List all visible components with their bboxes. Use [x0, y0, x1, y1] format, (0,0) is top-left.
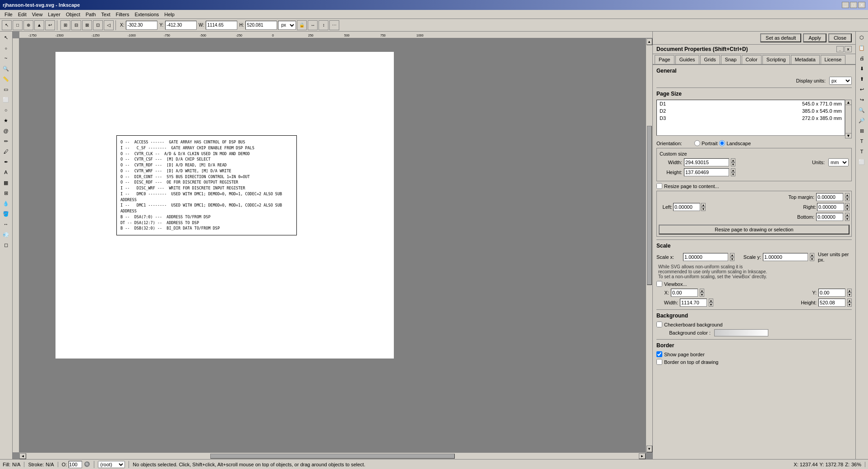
page-units-select[interactable]: mm px in — [828, 158, 849, 166]
menu-view[interactable]: View — [29, 11, 46, 18]
y-input[interactable]: -412.30 — [165, 21, 197, 30]
viewbox-checkbox[interactable] — [656, 281, 662, 287]
layer-select[interactable]: (root) — [98, 461, 125, 468]
menu-filters[interactable]: Filters — [113, 11, 132, 18]
menu-extensions[interactable]: Extensions — [132, 11, 162, 18]
right-tool-12[interactable]: T — [857, 147, 867, 156]
scale-x-down[interactable]: ▼ — [730, 257, 734, 261]
page-size-d3[interactable]: D3 272.0 x 385.0 mm — [657, 115, 845, 122]
top-margin-input[interactable]: 0.00000 — [816, 193, 843, 201]
toolbar-btn-1[interactable]: ↖ — [2, 20, 12, 30]
toolbar-flip-h[interactable]: ↔ — [308, 20, 318, 30]
viewbox-y-input[interactable]: 0.00 — [818, 289, 845, 297]
tool-gradient[interactable]: ▦ — [1, 178, 11, 188]
tool-3dbox[interactable]: ⬜ — [1, 95, 11, 105]
tab-color[interactable]: Color — [742, 55, 762, 64]
tab-scripting[interactable]: Scripting — [762, 55, 790, 64]
scale-y-down[interactable]: ▼ — [810, 257, 814, 261]
tab-license[interactable]: License — [821, 55, 846, 64]
x-input[interactable]: -302.30 — [126, 21, 157, 30]
tool-text[interactable]: A — [1, 167, 11, 177]
viewbox-label[interactable]: Viewbox... — [656, 281, 852, 287]
menu-layer[interactable]: Layer — [45, 11, 63, 18]
right-margin-down[interactable]: ▼ — [845, 207, 850, 211]
right-tool-8[interactable]: 🔍 — [857, 105, 867, 115]
hscroll-left[interactable]: ◄ — [19, 453, 26, 459]
landscape-radio-label[interactable]: Landscape — [719, 140, 751, 146]
tool-spray[interactable]: 💨 — [1, 230, 11, 239]
resize-content-label[interactable]: Resize page to content... — [656, 183, 852, 189]
viewbox-h-input[interactable]: 520.08 — [818, 299, 845, 307]
menu-text[interactable]: Text — [98, 11, 113, 18]
viewbox-x-up[interactable]: ▲ — [700, 289, 704, 293]
tab-metadata[interactable]: Metadata — [791, 55, 820, 64]
left-margin-down[interactable]: ▼ — [701, 207, 706, 211]
right-tool-3[interactable]: 🖨 — [857, 53, 867, 63]
viewbox-y-down[interactable]: ▼ — [847, 293, 852, 297]
checkerboard-label[interactable]: Checkerboard background — [656, 322, 852, 327]
left-margin-up[interactable]: ▲ — [701, 203, 706, 207]
scale-y-input[interactable]: 1.00000 — [763, 253, 808, 261]
width-spin-down[interactable]: ▼ — [731, 162, 735, 166]
border-top-label[interactable]: Border on top of drawing — [656, 359, 852, 365]
tool-mesh[interactable]: ⊞ — [1, 188, 11, 198]
width-input[interactable]: 294.93015 — [684, 158, 729, 166]
tab-grids[interactable]: Grids — [700, 55, 720, 64]
tool-spiral[interactable]: @ — [1, 126, 11, 136]
tool-node[interactable]: ⬦ — [1, 43, 11, 53]
show-border-checkbox[interactable] — [656, 351, 662, 357]
vscroll-down[interactable]: ▼ — [646, 446, 652, 452]
h-input[interactable]: 520.081 — [245, 21, 277, 30]
toolbar-btn-6[interactable]: ⊞ — [60, 20, 70, 30]
right-tool-2[interactable]: 📋 — [857, 43, 867, 53]
toolbar-btn-4[interactable]: ▲ — [34, 20, 44, 30]
toolbar-btn-7[interactable]: ⊟ — [71, 20, 81, 30]
viewbox-w-up[interactable]: ▲ — [709, 299, 713, 303]
landscape-radio[interactable] — [719, 140, 725, 146]
right-tool-9[interactable]: 🔎 — [857, 115, 867, 125]
tool-select[interactable]: ↖ — [1, 32, 11, 42]
resize-content-checkbox[interactable] — [656, 183, 662, 189]
tool-dropper[interactable]: 💧 — [1, 198, 11, 208]
apply-button[interactable]: Apply — [803, 33, 826, 42]
toolbar-btn-10[interactable]: ◁ — [104, 20, 114, 30]
right-tool-6[interactable]: ↩ — [857, 84, 867, 94]
height-spin-up[interactable]: ▲ — [731, 168, 735, 172]
viewbox-x-input[interactable]: 0.00 — [671, 289, 698, 297]
page-list-scroll-up[interactable]: ▲ — [845, 100, 851, 105]
minimize-button[interactable]: _ — [842, 2, 849, 8]
height-input[interactable]: 137.60469 — [684, 168, 729, 176]
border-top-checkbox[interactable] — [656, 359, 662, 365]
toolbar-lock-btn[interactable]: 🔒 — [297, 20, 307, 30]
scale-x-up[interactable]: ▲ — [730, 253, 734, 257]
portrait-radio-label[interactable]: Portrait — [694, 140, 717, 146]
show-border-label[interactable]: Show page border — [656, 351, 852, 357]
tab-snap[interactable]: Snap — [721, 55, 741, 64]
page-list-scroll-down[interactable]: ▼ — [845, 133, 851, 138]
right-tool-10[interactable]: ⊞ — [857, 126, 867, 136]
viewbox-w-input[interactable]: 1114.70 — [680, 299, 707, 307]
portrait-radio[interactable] — [694, 140, 700, 146]
viewbox-h-down[interactable]: ▼ — [847, 303, 852, 307]
bottom-margin-up[interactable]: ▲ — [845, 213, 850, 217]
toolbar-btn-8[interactable]: ⊠ — [82, 20, 92, 30]
menu-file[interactable]: File — [2, 11, 15, 18]
page-size-d2[interactable]: D2 385.0 x 545.0 mm — [657, 107, 845, 115]
menu-object[interactable]: Object — [63, 11, 83, 18]
tool-paint-bucket[interactable]: 🪣 — [1, 209, 11, 219]
opacity-input[interactable]: 100 — [69, 461, 82, 468]
height-spin-down[interactable]: ▼ — [731, 172, 735, 176]
toolbar-btn-3[interactable]: ⊕ — [23, 20, 33, 30]
viewbox-w-down[interactable]: ▼ — [709, 303, 713, 307]
right-tool-5[interactable]: ⬆ — [857, 74, 867, 84]
tool-pencil[interactable]: ✏ — [1, 136, 11, 146]
vscroll-track[interactable] — [647, 46, 652, 445]
w-input[interactable]: 1114.65 — [206, 21, 237, 30]
viewbox-y-up[interactable]: ▲ — [847, 289, 852, 293]
hscroll-right[interactable]: ► — [639, 453, 646, 459]
tool-pen[interactable]: 🖊 — [1, 147, 11, 156]
menu-help[interactable]: Help — [162, 11, 177, 18]
toolbar-btn-2[interactable]: □ — [13, 20, 23, 30]
bg-color-preview[interactable] — [714, 329, 768, 336]
doc-props-close[interactable]: X — [845, 46, 852, 52]
